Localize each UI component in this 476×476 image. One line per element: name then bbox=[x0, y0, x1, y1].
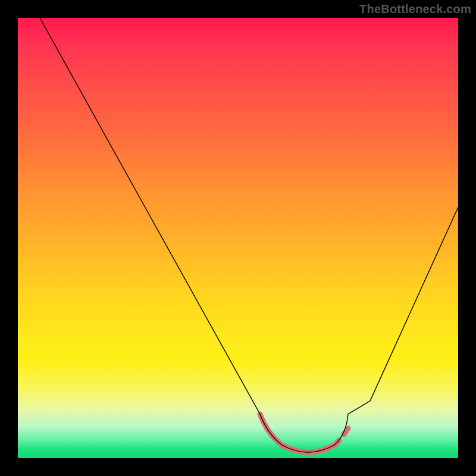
watermark-text: TheBottleneck.com bbox=[359, 2, 471, 16]
highlight-segment bbox=[260, 414, 348, 452]
chart-svg bbox=[18, 18, 458, 458]
chart-frame: TheBottleneck.com bbox=[0, 0, 476, 476]
bottleneck-curve bbox=[40, 18, 458, 452]
plot-area bbox=[18, 18, 458, 458]
